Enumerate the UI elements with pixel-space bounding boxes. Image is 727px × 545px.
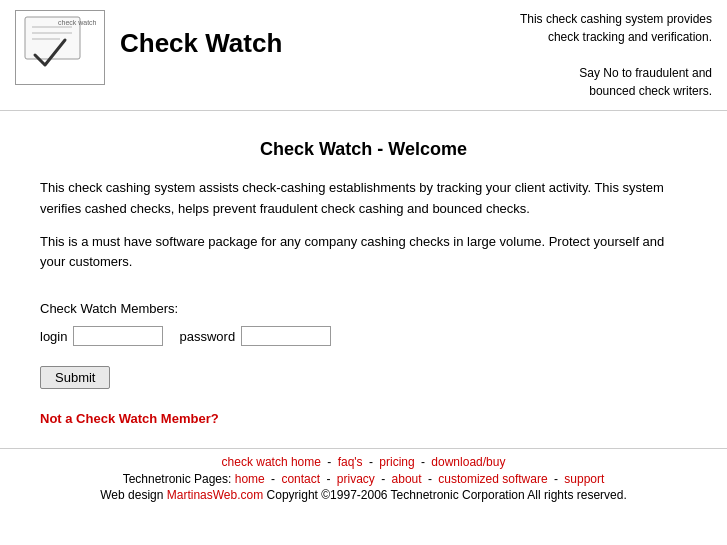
footer-copyright: Web design MartinasWeb.com Copyright ©19… bbox=[10, 488, 717, 502]
sep-3: - bbox=[421, 455, 425, 469]
members-section: Check Watch Members: login password Subm… bbox=[40, 301, 687, 389]
footer-link-customized-software[interactable]: customized software bbox=[438, 472, 547, 486]
footer-link-faqs[interactable]: faq's bbox=[338, 455, 363, 469]
login-input[interactable] bbox=[73, 326, 163, 346]
footer-link-pricing[interactable]: pricing bbox=[379, 455, 414, 469]
page-wrapper: check watch Check Watch This check cashi… bbox=[0, 0, 727, 545]
tagline-line1: This check cashing system provides bbox=[520, 12, 712, 26]
description-2: This is a must have software package for… bbox=[40, 232, 687, 274]
password-label: password bbox=[179, 329, 235, 344]
header-tagline: This check cashing system provides check… bbox=[520, 10, 712, 100]
footer-link-contact[interactable]: contact bbox=[281, 472, 320, 486]
main-content: Check Watch - Welcome This check cashing… bbox=[0, 111, 727, 436]
web-design-prefix: Web design bbox=[100, 488, 167, 502]
app-title: Check Watch bbox=[120, 10, 520, 59]
footer-link-download-buy[interactable]: download/buy bbox=[431, 455, 505, 469]
tagline-line2: check tracking and verification. bbox=[548, 30, 712, 44]
footer-secondary-nav: Technetronic Pages: home - contact - pri… bbox=[10, 472, 717, 486]
sep-2: - bbox=[369, 455, 373, 469]
members-label: Check Watch Members: bbox=[40, 301, 687, 316]
footer-link-check-watch-home[interactable]: check watch home bbox=[222, 455, 321, 469]
footer-link-support[interactable]: support bbox=[564, 472, 604, 486]
footer-link-privacy[interactable]: privacy bbox=[337, 472, 375, 486]
password-input[interactable] bbox=[241, 326, 331, 346]
copyright-text: Copyright ©1997-2006 Technetronic Corpor… bbox=[267, 488, 627, 502]
footer-link-home[interactable]: home bbox=[235, 472, 265, 486]
footer-link-about[interactable]: about bbox=[392, 472, 422, 486]
logo-icon: check watch bbox=[20, 15, 100, 80]
svg-text:check watch: check watch bbox=[58, 19, 97, 26]
logo-box: check watch bbox=[15, 10, 105, 85]
footer: check watch home - faq's - pricing - dow… bbox=[0, 448, 727, 506]
tagline-line3: Say No to fraudulent and bbox=[579, 66, 712, 80]
header: check watch Check Watch This check cashi… bbox=[0, 0, 727, 111]
login-label: login bbox=[40, 329, 67, 344]
submit-button[interactable]: Submit bbox=[40, 366, 110, 389]
footer-primary-nav: check watch home - faq's - pricing - dow… bbox=[10, 455, 717, 469]
login-row: login password bbox=[40, 326, 687, 346]
description-1: This check cashing system assists check-… bbox=[40, 178, 687, 220]
sep-1: - bbox=[327, 455, 331, 469]
technetronic-prefix: Technetronic Pages: bbox=[123, 472, 235, 486]
not-member-text: Not a Check Watch Member? bbox=[40, 411, 687, 426]
tagline-line4: bounced check writers. bbox=[589, 84, 712, 98]
page-title: Check Watch - Welcome bbox=[40, 139, 687, 160]
martinasweb-link[interactable]: MartinasWeb.com bbox=[167, 488, 263, 502]
